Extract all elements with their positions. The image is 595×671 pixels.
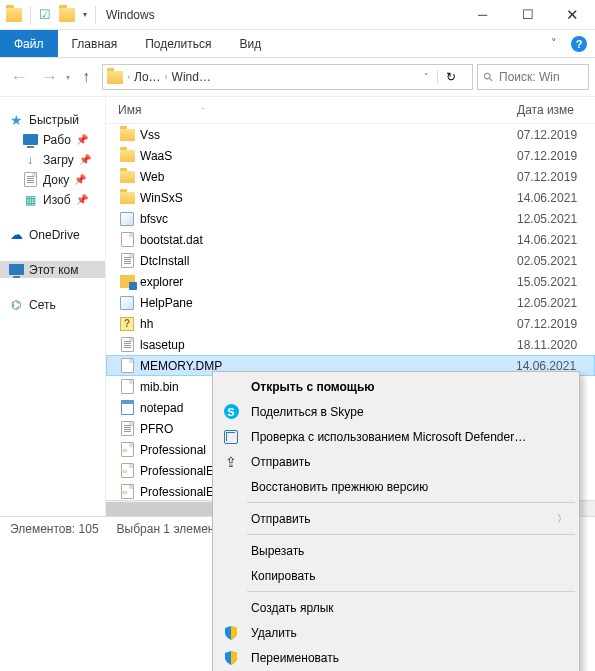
context-item[interactable]: Открыть с помощью (215, 374, 577, 399)
context-item[interactable]: Вырезать (215, 538, 577, 563)
app-icon[interactable] (6, 8, 22, 22)
ribbon-tab-view[interactable]: Вид (225, 30, 275, 57)
context-separator (247, 534, 575, 535)
text-file-icon (121, 421, 134, 436)
tree-network[interactable]: ⌬Сеть (0, 296, 105, 313)
file-date: 12.05.2021 (517, 212, 595, 226)
qat-properties-icon[interactable]: ☑ (39, 7, 51, 22)
forward-button[interactable]: → (36, 64, 62, 90)
xml-file-icon: ‹› (121, 463, 134, 478)
qat-newfolder-icon[interactable] (59, 8, 75, 22)
folder-icon (120, 150, 135, 162)
breadcrumb-1[interactable]: Ло… (134, 70, 161, 84)
file-row[interactable]: bootstat.dat14.06.2021 (106, 229, 595, 250)
status-selected: Выбран 1 элемен (117, 522, 215, 536)
notepad-icon (121, 400, 134, 415)
file-row[interactable]: bfsvc12.05.2021 (106, 208, 595, 229)
tree-downloads[interactable]: ↓Загру📌 (0, 151, 105, 168)
tree-desktop[interactable]: Рабо📌 (0, 131, 105, 148)
file-row[interactable]: lsasetup18.11.2020 (106, 334, 595, 355)
column-name[interactable]: Имя (118, 103, 141, 117)
maximize-button[interactable]: ☐ (505, 0, 550, 30)
pin-icon: 📌 (74, 174, 86, 185)
address-bar[interactable]: › Ло… › Wind… ˅ ↻ (102, 64, 473, 90)
back-button[interactable]: ← (6, 64, 32, 90)
file-row[interactable]: DtcInstall02.05.2021 (106, 250, 595, 271)
title-bar: ☑ ▾ Windows ─ ☐ ✕ (0, 0, 595, 30)
refresh-icon[interactable]: ↻ (437, 70, 464, 84)
context-item[interactable]: Копировать (215, 563, 577, 588)
file-row[interactable]: Vss07.12.2019 (106, 124, 595, 145)
context-separator (247, 591, 575, 592)
file-date: 12.05.2021 (517, 296, 595, 310)
context-label: Создать ярлык (251, 601, 567, 615)
breadcrumb-sep-icon[interactable]: › (165, 72, 168, 82)
search-input[interactable] (499, 70, 582, 84)
context-item[interactable]: SПоделиться в Skype (215, 399, 577, 424)
column-date[interactable]: Дата изме (517, 103, 595, 117)
help-icon[interactable]: ? (571, 36, 587, 52)
sort-caret-icon[interactable]: ˆ (201, 106, 204, 115)
file-date: 14.06.2021 (517, 191, 595, 205)
context-item[interactable]: Удалить (215, 620, 577, 645)
history-dropdown-icon[interactable]: ▾ (66, 73, 70, 82)
qat-customize-icon[interactable]: ▾ (83, 10, 87, 19)
xml-file-icon: ‹› (121, 442, 134, 457)
file-row[interactable]: Web07.12.2019 (106, 166, 595, 187)
file-name: explorer (136, 275, 517, 289)
ribbon-tab-share[interactable]: Поделиться (131, 30, 225, 57)
file-date: 07.12.2019 (517, 128, 595, 142)
tree-documents[interactable]: Доку📌 (0, 171, 105, 188)
tree-pictures[interactable]: ▦Изоб📌 (0, 191, 105, 208)
address-dropdown-icon[interactable]: ˅ (424, 72, 429, 82)
documents-icon (22, 172, 38, 187)
close-button[interactable]: ✕ (550, 0, 595, 30)
exe-icon (120, 212, 134, 226)
context-item[interactable]: ⇪Отправить (215, 449, 577, 474)
up-button[interactable]: ↑ (74, 64, 98, 90)
breadcrumb-2[interactable]: Wind… (172, 70, 211, 84)
context-label: Удалить (251, 626, 567, 640)
file-date: 14.06.2021 (517, 233, 595, 247)
breadcrumb-sep-icon[interactable]: › (127, 72, 130, 82)
search-box[interactable]: ⚲ (477, 64, 589, 90)
context-item[interactable]: Отправить〉 (215, 506, 577, 531)
context-item[interactable]: Восстановить прежнюю версию (215, 474, 577, 499)
tree-quick-access[interactable]: ★Быстрый (0, 111, 105, 128)
ribbon-tab-file[interactable]: Файл (0, 30, 58, 57)
context-label: Переименовать (251, 651, 567, 665)
tree-onedrive[interactable]: ☁OneDrive (0, 226, 105, 243)
context-item[interactable]: Проверка с использованием Microsoft Defe… (215, 424, 577, 449)
file-row[interactable]: HelpPane12.05.2021 (106, 292, 595, 313)
context-item[interactable]: Переименовать (215, 645, 577, 670)
text-file-icon (121, 337, 134, 352)
column-headers: Имяˆ Дата изме (106, 97, 595, 124)
folder-icon (120, 192, 135, 204)
cloud-icon: ☁ (8, 227, 24, 242)
pin-icon: 📌 (79, 154, 91, 165)
ribbon-tab-home[interactable]: Главная (58, 30, 132, 57)
file-icon (121, 358, 134, 373)
file-name: Vss (136, 128, 517, 142)
address-folder-icon (107, 71, 123, 84)
network-icon: ⌬ (8, 297, 24, 312)
file-name: bootstat.dat (136, 233, 517, 247)
search-icon: ⚲ (480, 69, 496, 85)
ribbon-expand-icon[interactable]: ˅ (551, 37, 557, 50)
file-date: 15.05.2021 (517, 275, 595, 289)
skype-icon: S (224, 404, 239, 419)
file-row[interactable]: ?hh07.12.2019 (106, 313, 595, 334)
minimize-button[interactable]: ─ (460, 0, 505, 30)
file-name: lsasetup (136, 338, 517, 352)
file-row[interactable]: WaaS07.12.2019 (106, 145, 595, 166)
file-date: 18.11.2020 (517, 338, 595, 352)
text-file-icon (121, 253, 134, 268)
context-item[interactable]: Создать ярлык (215, 595, 577, 620)
pin-icon: 📌 (76, 134, 88, 145)
file-row[interactable]: WinSxS14.06.2021 (106, 187, 595, 208)
file-row[interactable]: explorer15.05.2021 (106, 271, 595, 292)
file-name: HelpPane (136, 296, 517, 310)
defender-icon (224, 430, 238, 444)
tree-this-pc[interactable]: Этот ком (0, 261, 105, 278)
exe-icon (120, 296, 134, 310)
